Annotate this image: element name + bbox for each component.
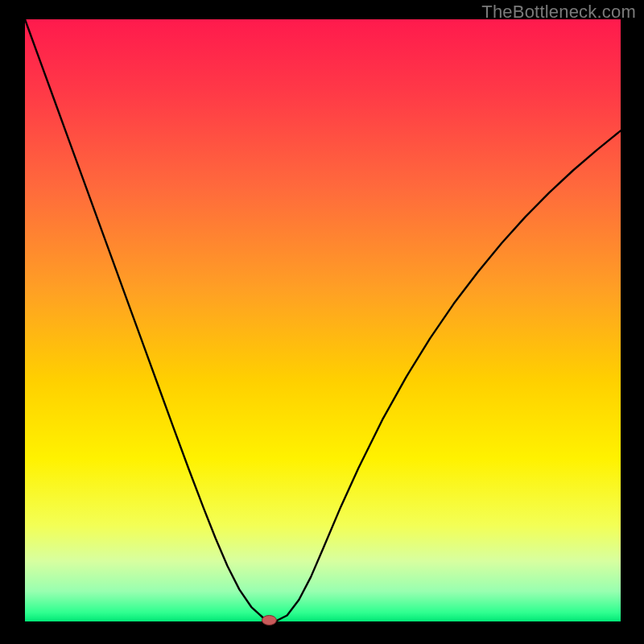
optimal-point-marker: [262, 616, 276, 625]
chart-container: TheBottleneck.com: [0, 0, 644, 644]
plot-background: [25, 19, 621, 621]
bottleneck-curve-plot: [0, 0, 644, 644]
watermark-text: TheBottleneck.com: [481, 2, 636, 23]
